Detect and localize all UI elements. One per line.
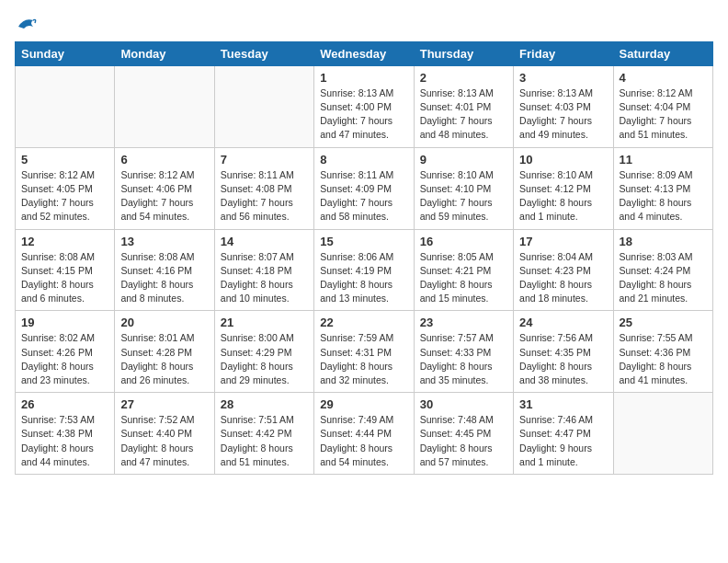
day-info: Sunrise: 7:57 AM Sunset: 4:33 PM Dayligh… [420, 331, 507, 387]
calendar-cell: 14Sunrise: 8:07 AM Sunset: 4:18 PM Dayli… [214, 229, 313, 311]
day-info: Sunrise: 7:52 AM Sunset: 4:40 PM Dayligh… [120, 413, 208, 469]
weekday-header-thursday: Thursday [414, 41, 513, 65]
calendar-cell: 18Sunrise: 8:03 AM Sunset: 4:24 PM Dayli… [613, 229, 712, 311]
week-row-4: 19Sunrise: 8:02 AM Sunset: 4:26 PM Dayli… [16, 311, 713, 393]
logo [15, 15, 37, 34]
calendar-cell: 27Sunrise: 7:52 AM Sunset: 4:40 PM Dayli… [115, 393, 214, 475]
calendar-cell: 22Sunrise: 7:59 AM Sunset: 4:31 PM Dayli… [314, 311, 414, 393]
day-info: Sunrise: 8:11 AM Sunset: 4:09 PM Dayligh… [320, 168, 407, 224]
day-number: 3 [519, 71, 607, 85]
day-number: 19 [21, 316, 108, 329]
day-info: Sunrise: 8:13 AM Sunset: 4:03 PM Dayligh… [519, 86, 607, 143]
day-number: 22 [320, 316, 407, 329]
day-number: 12 [21, 235, 108, 248]
day-info: Sunrise: 8:10 AM Sunset: 4:10 PM Dayligh… [420, 168, 507, 224]
day-number: 30 [420, 397, 507, 411]
weekday-header-wednesday: Wednesday [314, 41, 414, 65]
calendar-cell: 31Sunrise: 7:46 AM Sunset: 4:47 PM Dayli… [514, 393, 613, 475]
day-info: Sunrise: 8:12 AM Sunset: 4:06 PM Dayligh… [120, 168, 208, 224]
day-info: Sunrise: 8:02 AM Sunset: 4:26 PM Dayligh… [21, 331, 108, 387]
calendar-cell: 26Sunrise: 7:53 AM Sunset: 4:38 PM Dayli… [16, 393, 115, 475]
day-number: 11 [620, 153, 707, 167]
calendar-cell: 12Sunrise: 8:08 AM Sunset: 4:15 PM Dayli… [16, 229, 115, 311]
calendar-cell: 19Sunrise: 8:02 AM Sunset: 4:26 PM Dayli… [16, 311, 115, 393]
day-number: 9 [420, 153, 507, 167]
day-info: Sunrise: 7:46 AM Sunset: 4:47 PM Dayligh… [519, 413, 607, 469]
day-number: 8 [320, 153, 407, 167]
day-info: Sunrise: 8:10 AM Sunset: 4:12 PM Dayligh… [519, 168, 607, 224]
day-number: 25 [620, 316, 707, 329]
calendar-cell: 3Sunrise: 8:13 AM Sunset: 4:03 PM Daylig… [514, 65, 613, 147]
calendar-cell: 6Sunrise: 8:12 AM Sunset: 4:06 PM Daylig… [115, 147, 214, 229]
day-info: Sunrise: 8:04 AM Sunset: 4:23 PM Dayligh… [519, 250, 607, 306]
day-number: 1 [320, 71, 407, 85]
weekday-header-monday: Monday [115, 41, 214, 65]
day-number: 26 [21, 397, 108, 411]
day-info: Sunrise: 8:13 AM Sunset: 4:00 PM Dayligh… [320, 86, 407, 143]
calendar-cell: 28Sunrise: 7:51 AM Sunset: 4:42 PM Dayli… [214, 393, 313, 475]
calendar-cell: 30Sunrise: 7:48 AM Sunset: 4:45 PM Dayli… [414, 393, 513, 475]
day-number: 29 [320, 397, 407, 411]
week-row-1: 1Sunrise: 8:13 AM Sunset: 4:00 PM Daylig… [16, 65, 713, 147]
day-info: Sunrise: 7:53 AM Sunset: 4:38 PM Dayligh… [21, 413, 108, 469]
calendar-cell: 21Sunrise: 8:00 AM Sunset: 4:29 PM Dayli… [214, 311, 313, 393]
day-number: 13 [120, 235, 208, 248]
day-number: 20 [120, 316, 208, 329]
calendar-cell: 29Sunrise: 7:49 AM Sunset: 4:44 PM Dayli… [314, 393, 414, 475]
calendar-cell [214, 65, 313, 147]
week-row-5: 26Sunrise: 7:53 AM Sunset: 4:38 PM Dayli… [16, 393, 713, 475]
day-number: 17 [519, 235, 607, 248]
day-info: Sunrise: 7:59 AM Sunset: 4:31 PM Dayligh… [320, 331, 407, 387]
calendar-cell: 8Sunrise: 8:11 AM Sunset: 4:09 PM Daylig… [314, 147, 414, 229]
day-info: Sunrise: 8:09 AM Sunset: 4:13 PM Dayligh… [620, 168, 707, 224]
calendar-cell [115, 65, 214, 147]
day-info: Sunrise: 8:00 AM Sunset: 4:29 PM Dayligh… [221, 331, 308, 387]
week-row-3: 12Sunrise: 8:08 AM Sunset: 4:15 PM Dayli… [16, 229, 713, 311]
day-info: Sunrise: 8:12 AM Sunset: 4:04 PM Dayligh… [620, 86, 707, 143]
calendar-cell [16, 65, 115, 147]
day-number: 24 [519, 316, 607, 329]
day-number: 27 [120, 397, 208, 411]
calendar-cell: 16Sunrise: 8:05 AM Sunset: 4:21 PM Dayli… [414, 229, 513, 311]
day-number: 4 [620, 71, 707, 85]
calendar-cell: 13Sunrise: 8:08 AM Sunset: 4:16 PM Dayli… [115, 229, 214, 311]
weekday-header-row: SundayMondayTuesdayWednesdayThursdayFrid… [16, 41, 713, 65]
calendar-cell: 10Sunrise: 8:10 AM Sunset: 4:12 PM Dayli… [514, 147, 613, 229]
day-info: Sunrise: 7:49 AM Sunset: 4:44 PM Dayligh… [320, 413, 407, 469]
day-number: 15 [320, 235, 407, 248]
weekday-header-sunday: Sunday [16, 41, 115, 65]
day-number: 5 [21, 153, 108, 167]
day-info: Sunrise: 8:03 AM Sunset: 4:24 PM Dayligh… [620, 250, 707, 306]
day-info: Sunrise: 7:56 AM Sunset: 4:35 PM Dayligh… [519, 331, 607, 387]
day-info: Sunrise: 8:13 AM Sunset: 4:01 PM Dayligh… [420, 86, 507, 143]
calendar-cell: 15Sunrise: 8:06 AM Sunset: 4:19 PM Dayli… [314, 229, 414, 311]
day-info: Sunrise: 8:01 AM Sunset: 4:28 PM Dayligh… [120, 331, 208, 387]
calendar-cell: 4Sunrise: 8:12 AM Sunset: 4:04 PM Daylig… [613, 65, 712, 147]
calendar-cell: 2Sunrise: 8:13 AM Sunset: 4:01 PM Daylig… [414, 65, 513, 147]
day-number: 31 [519, 397, 607, 411]
weekday-header-tuesday: Tuesday [214, 41, 313, 65]
day-number: 7 [221, 153, 308, 167]
day-number: 10 [519, 153, 607, 167]
day-info: Sunrise: 8:08 AM Sunset: 4:15 PM Dayligh… [21, 250, 108, 306]
day-number: 28 [221, 397, 308, 411]
calendar-cell: 20Sunrise: 8:01 AM Sunset: 4:28 PM Dayli… [115, 311, 214, 393]
day-number: 16 [420, 235, 507, 248]
calendar-table: SundayMondayTuesdayWednesdayThursdayFrid… [15, 41, 713, 475]
day-number: 6 [120, 153, 208, 167]
day-info: Sunrise: 8:12 AM Sunset: 4:05 PM Dayligh… [21, 168, 108, 224]
day-info: Sunrise: 8:06 AM Sunset: 4:19 PM Dayligh… [320, 250, 407, 306]
week-row-2: 5Sunrise: 8:12 AM Sunset: 4:05 PM Daylig… [16, 147, 713, 229]
calendar-cell: 5Sunrise: 8:12 AM Sunset: 4:05 PM Daylig… [16, 147, 115, 229]
day-number: 21 [221, 316, 308, 329]
calendar-cell: 1Sunrise: 8:13 AM Sunset: 4:00 PM Daylig… [314, 65, 414, 147]
day-info: Sunrise: 8:05 AM Sunset: 4:21 PM Dayligh… [420, 250, 507, 306]
day-number: 18 [620, 235, 707, 248]
day-info: Sunrise: 8:07 AM Sunset: 4:18 PM Dayligh… [221, 250, 308, 306]
calendar-cell: 11Sunrise: 8:09 AM Sunset: 4:13 PM Dayli… [613, 147, 712, 229]
page-header [15, 15, 713, 34]
calendar-cell [613, 393, 712, 475]
day-info: Sunrise: 7:48 AM Sunset: 4:45 PM Dayligh… [420, 413, 507, 469]
day-info: Sunrise: 7:51 AM Sunset: 4:42 PM Dayligh… [221, 413, 308, 469]
day-info: Sunrise: 8:11 AM Sunset: 4:08 PM Dayligh… [221, 168, 308, 224]
